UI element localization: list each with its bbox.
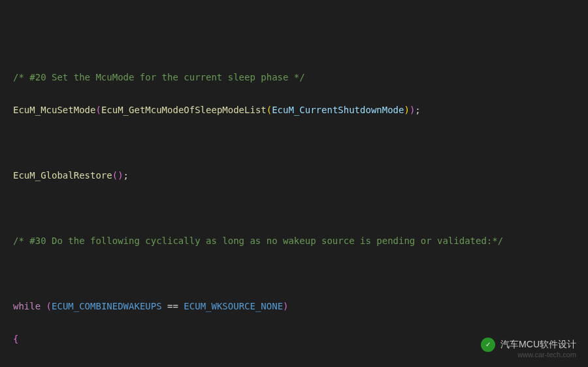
blank-line (13, 200, 588, 217)
code-line: EcuM_GlobalRestore(); (13, 167, 588, 184)
code-line: /* #31 Call of EcuM_SleepActivity to con… (13, 364, 588, 367)
function-call: EcuM_McuSetMode (13, 105, 95, 115)
macro: ECUM_COMBINEDWAKEUPS (52, 301, 162, 311)
function-call: EcuM_GetMcuModeOfSleepModeList (101, 105, 267, 115)
watermark-subtext: www.car-tech.com (517, 347, 576, 363)
code-line: /* #20 Set the McuMode for the current s… (13, 69, 588, 86)
comment: /* #20 Set the McuMode for the current s… (13, 72, 305, 82)
blank-line (13, 266, 588, 282)
code-line: EcuM_McuSetMode(EcuM_GetMcuModeOfSleepMo… (13, 102, 588, 118)
code-line: while (ECUM_COMBINEDWAKEUPS == ECUM_WKSO… (13, 298, 588, 315)
variable: EcuM_CurrentShutdownMode (272, 105, 404, 115)
function-call: EcuM_GlobalRestore (13, 170, 112, 181)
comment: /* #30 Do the following cyclically as lo… (13, 236, 503, 246)
keyword-while: while (13, 301, 41, 311)
blank-line (13, 135, 588, 151)
code-line: /* #30 Do the following cyclically as lo… (13, 233, 588, 249)
wechat-icon: ✓ (481, 338, 495, 352)
operator: == (167, 301, 178, 311)
macro: ECUM_WKSOURCE_NONE (184, 301, 283, 311)
